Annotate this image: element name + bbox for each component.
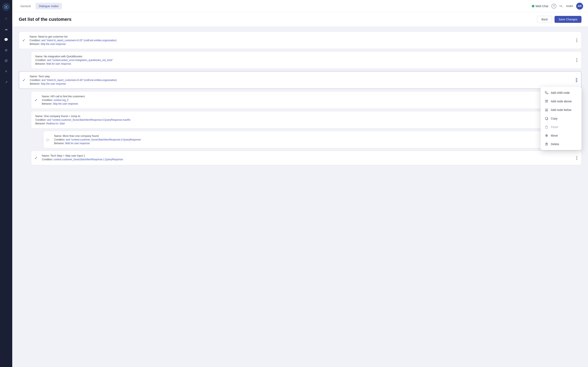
node-2-condition-link[interactable]: and "context.action_error=integration_qu… [47, 59, 113, 62]
node-4-condition: Condition: context.org_0 [42, 99, 577, 101]
user-greeting: Hi, [560, 4, 563, 8]
menu-item-add-above-label: Add node above [551, 100, 572, 103]
node-2-menu-btn[interactable] [576, 58, 578, 63]
node-3-behavior-link[interactable]: Skip the user response [41, 82, 66, 85]
node-5-behavior-link[interactable]: Redirect to: Start [46, 122, 65, 125]
check-icon-3: ✓ [22, 78, 26, 82]
node-card-1: ✓ Name: Need to get customer list Condit… [19, 32, 581, 49]
menu-item-paste-label: Paste [551, 125, 558, 129]
node-3-title: Name: Tech step [30, 75, 577, 78]
node-3-condition-link[interactable]: and "intent.hl_report_customers>0.40" (n… [42, 79, 117, 82]
node-1-condition-link[interactable]: and "intent.hl_report_customers>0.25" (n… [41, 39, 116, 42]
check-icon-7: ✓ [35, 156, 38, 160]
node-6-behavior-link[interactable]: Wait for user response [65, 142, 90, 145]
svg-rect-14 [545, 117, 547, 119]
save-button[interactable]: Save Changes [554, 16, 581, 23]
node-4-behavior-link[interactable]: Skip the user response [53, 102, 78, 105]
menu-item-add-child-label: Add child node [551, 91, 570, 94]
arrow-icon-6: ▷ [47, 137, 50, 142]
node-1-menu-btn[interactable] [576, 38, 578, 43]
sidebar: ⌂ ☁ 💬 ⚙ @ ≡ ↗ [0, 0, 12, 367]
menu-item-delete[interactable]: Delete [541, 140, 581, 149]
menu-item-move-label: Move [551, 134, 558, 137]
node-wrapper-1: ✓ Name: Need to get customer list Condit… [19, 32, 581, 49]
page-title: Get list of the customers [19, 17, 71, 22]
node-card-6: ▷ Name: More than one company found Cond… [43, 131, 581, 148]
node-5-title: Name: One company found + Jump to [35, 115, 577, 118]
page-actions: Back Save Changes [537, 16, 581, 23]
home-icon[interactable]: ⌂ [3, 16, 9, 21]
node-wrapper-6: ▷ Name: More than one company found Cond… [43, 131, 581, 148]
menu-item-add-child[interactable]: Add child node [541, 89, 581, 97]
node-3-condition: Condition: and "intent.hl_report_custome… [30, 79, 577, 82]
node-wrapper-4: ✓ Name: API call to find the customers C… [31, 91, 581, 109]
paste-icon [545, 125, 548, 129]
analytics-icon[interactable]: ↗ [3, 79, 9, 85]
node-4-behavior: Behavior: Skip the user response [42, 102, 577, 105]
node-6-condition-link[interactable]: and "context.customer_found.BatchItemRes… [66, 138, 141, 141]
menu-item-add-above[interactable]: Add node above [541, 97, 581, 106]
svg-rect-4 [547, 93, 548, 94]
node-wrapper-3: ✓ Name: Tech step Condition: and "intent… [19, 71, 581, 89]
page-header: Get list of the customers Back Save Chan… [12, 12, 588, 27]
tab-general[interactable]: General [17, 3, 34, 9]
node-7-title: Name: Tech Step + Skip user input 1 [42, 154, 577, 157]
node-card-2: Name: No integration with QuickBoooks Co… [31, 51, 581, 69]
webchat-label: Web Chat [536, 4, 548, 8]
chat-icon[interactable]: 💬 [3, 37, 9, 42]
node-1-behavior: Behavior: Skip the user response [30, 43, 577, 45]
move-icon [545, 134, 548, 137]
copy-icon [545, 117, 548, 120]
email-icon[interactable]: @ [3, 58, 9, 64]
node-card-5: Name: One company found + Jump to Condit… [31, 111, 581, 128]
node-5-condition: Condition: and "context.customer_found.B… [35, 118, 577, 121]
user-avatar[interactable]: AR [576, 3, 583, 9]
node-4-condition-link[interactable]: context.org_0 [53, 99, 68, 101]
node-6-title: Name: More than one company found [54, 134, 577, 137]
node-4-title: Name: API call to find the customers [42, 95, 577, 98]
menu-item-copy-label: Copy [551, 117, 558, 120]
user-name: Andrii [566, 4, 573, 8]
svg-rect-16 [546, 126, 547, 126]
node-3-behavior: Behavior: Skip the user response [30, 82, 577, 85]
context-menu: Add child node Add node above [541, 87, 581, 150]
node-wrapper-7: ✓ Name: Tech Step + Skip user input 1 Co… [31, 151, 581, 165]
menu-item-copy[interactable]: Copy [541, 114, 581, 123]
node-wrapper-2: Name: No integration with QuickBoooks Co… [31, 51, 581, 69]
app-logo[interactable] [2, 3, 10, 11]
node-5-condition-link[interactable]: and "context.customer_found.BatchItemRes… [47, 118, 130, 121]
node-below-icon [545, 108, 548, 112]
node-1-title: Name: Need to get customer list [30, 35, 577, 38]
node-2-condition: Condition: and "context.action_error=int… [35, 59, 577, 62]
node-3-menu-btn[interactable] [575, 77, 578, 83]
node-7-condition-link[interactable]: context.customer_found.BatchItemResponse… [53, 158, 123, 161]
filter-icon[interactable]: ⚙ [3, 47, 9, 53]
svg-rect-10 [545, 109, 548, 109]
cloud-icon[interactable]: ☁ [3, 26, 9, 32]
node-7-menu-btn[interactable] [576, 155, 578, 161]
webchat-badge[interactable]: Web Chat [532, 4, 548, 8]
top-header: General Dialogue nodes Web Chat ? Hi, An… [12, 0, 588, 12]
tab-dialogue-nodes[interactable]: Dialogue nodes [35, 3, 62, 9]
node-wrapper-5: Name: One company found + Jump to Condit… [31, 111, 581, 128]
node-card-4: ✓ Name: API call to find the customers C… [31, 91, 581, 109]
help-icon[interactable]: ? [552, 4, 556, 8]
node-2-behavior: Behavior: Wait for user response [35, 62, 577, 65]
node-above-icon [545, 100, 548, 103]
back-button[interactable]: Back [537, 16, 552, 23]
menu-item-add-below[interactable]: Add node below [541, 106, 581, 114]
node-card-3: ✓ Name: Tech step Condition: and "intent… [19, 71, 581, 89]
menu-item-paste: Paste [541, 123, 581, 131]
menu-item-move[interactable]: Move [541, 131, 581, 140]
database-icon[interactable]: ≡ [3, 68, 9, 74]
node-6-behavior: Behavior: Wait for user response [54, 142, 577, 145]
menu-item-add-below-label: Add node below [551, 108, 571, 111]
node-1-behavior-link[interactable]: Skip the user response [41, 43, 66, 45]
svg-rect-8 [545, 102, 548, 103]
webchat-status-dot [532, 5, 534, 7]
menu-item-delete-label: Delete [551, 142, 559, 146]
node-5-behavior: Behavior: Redirect to: Start [35, 122, 577, 125]
node-2-title: Name: No integration with QuickBoooks [35, 55, 577, 58]
node-2-behavior-link[interactable]: Wait for user response [46, 62, 71, 65]
node-6-condition: Condition: and "context.customer_found.B… [54, 138, 577, 141]
